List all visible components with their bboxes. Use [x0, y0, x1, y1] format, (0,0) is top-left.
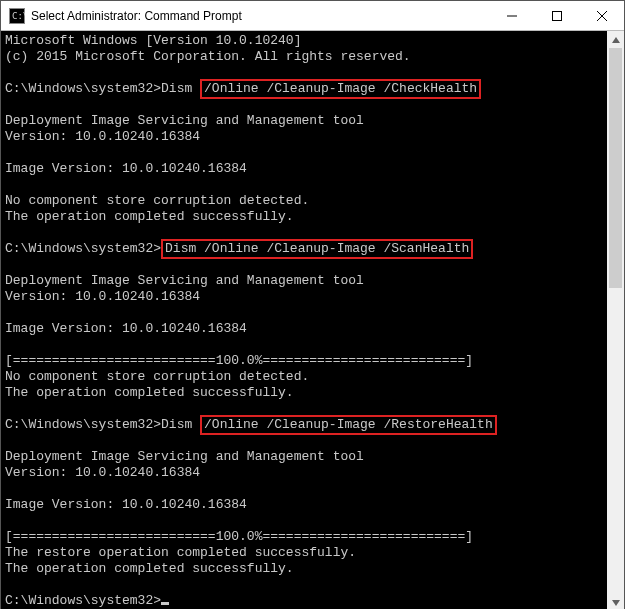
text-line: The restore operation completed successf…	[5, 545, 356, 560]
text-line: Image Version: 10.0.10240.16384	[5, 321, 247, 336]
window-title: Select Administrator: Command Prompt	[31, 9, 489, 23]
text-line: Version: 10.0.10240.16384	[5, 289, 200, 304]
text-line: The operation completed successfully.	[5, 385, 294, 400]
text-line: No component store corruption detected.	[5, 193, 309, 208]
prompt-line: C:\Windows\system32>Dism /Online /Cleanu…	[5, 241, 473, 256]
client-area: Microsoft Windows [Version 10.0.10240] (…	[1, 31, 624, 609]
command-prompt-window: C:\ Select Administrator: Command Prompt…	[0, 0, 625, 609]
text-line: Deployment Image Servicing and Managemen…	[5, 273, 364, 288]
text-line: Deployment Image Servicing and Managemen…	[5, 449, 364, 464]
svg-marker-8	[612, 600, 620, 606]
cmd-icon: C:\	[9, 8, 25, 24]
titlebar[interactable]: C:\ Select Administrator: Command Prompt	[1, 1, 624, 31]
text-line: [==========================100.0%=======…	[5, 353, 473, 368]
scroll-up-arrow[interactable]	[607, 31, 624, 48]
svg-text:C:\: C:\	[12, 11, 25, 21]
minimize-button[interactable]	[489, 1, 534, 31]
prompt-line: C:\Windows\system32>Dism /Online /Cleanu…	[5, 81, 481, 96]
terminal-output[interactable]: Microsoft Windows [Version 10.0.10240] (…	[1, 31, 607, 609]
text-line: Version: 10.0.10240.16384	[5, 465, 200, 480]
text-line: Image Version: 10.0.10240.16384	[5, 161, 247, 176]
prompt-line: C:\Windows\system32>Dism /Online /Cleanu…	[5, 417, 497, 432]
text-line: Image Version: 10.0.10240.16384	[5, 497, 247, 512]
text-line: The operation completed successfully.	[5, 561, 294, 576]
scrollbar-thumb[interactable]	[609, 48, 622, 288]
text-line: (c) 2015 Microsoft Corporation. All righ…	[5, 49, 411, 64]
text-line: The operation completed successfully.	[5, 209, 294, 224]
cursor	[161, 602, 169, 605]
text-line: [==========================100.0%=======…	[5, 529, 473, 544]
svg-marker-7	[612, 37, 620, 43]
highlight-checkhealth: /Online /Cleanup-Image /CheckHealth	[200, 79, 481, 99]
text-line: Version: 10.0.10240.16384	[5, 129, 200, 144]
highlight-scanhealth: Dism /Online /Cleanup-Image /ScanHealth	[161, 239, 473, 259]
text-line: No component store corruption detected.	[5, 369, 309, 384]
text-line: Deployment Image Servicing and Managemen…	[5, 113, 364, 128]
maximize-button[interactable]	[534, 1, 579, 31]
svg-rect-4	[552, 11, 561, 20]
scroll-down-arrow[interactable]	[607, 594, 624, 609]
vertical-scrollbar[interactable]	[607, 31, 624, 609]
text-line: Microsoft Windows [Version 10.0.10240]	[5, 33, 301, 48]
prompt-line: C:\Windows\system32>	[5, 593, 169, 608]
highlight-restorehealth: /Online /Cleanup-Image /RestoreHealth	[200, 415, 497, 435]
close-button[interactable]	[579, 1, 624, 31]
